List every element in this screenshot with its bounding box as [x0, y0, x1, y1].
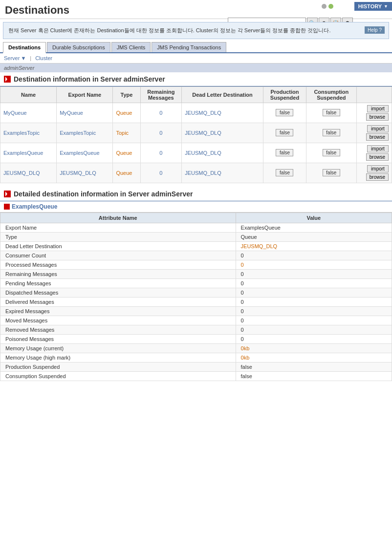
action-buttons: import browse [360, 125, 389, 141]
dot-green [328, 4, 333, 9]
table-row: ExamplesQueue ExamplesQueue Queue 0 JEUS… [0, 143, 392, 163]
server-arrow-icon: ▼ [21, 55, 26, 61]
browse-button[interactable]: browse [366, 133, 389, 141]
attr-name: Memory Usage (current) [0, 343, 236, 353]
attr-name: Export Name [0, 223, 236, 232]
dead-letter-link[interactable]: JEUSMQ_DLQ [185, 110, 221, 116]
admin-server-bar: adminServer [0, 64, 392, 72]
import-button[interactable]: import [367, 105, 389, 112]
tab-jms-clients[interactable]: JMS Clients [111, 42, 151, 52]
dot-gray [322, 4, 327, 9]
server-label: Server [4, 55, 20, 61]
attr-name: Consumption Suspended [0, 371, 236, 381]
browse-button[interactable]: browse [366, 113, 389, 121]
attr-value[interactable]: JEUSMQ_DLQ [241, 243, 278, 249]
attr-name: Moved Messages [0, 316, 236, 325]
attr-value: ExamplesQueue [241, 225, 281, 231]
type-value: Queue [116, 110, 132, 116]
attr-row: Dead Letter Destination JEUSMQ_DLQ [0, 241, 392, 251]
prod-suspended-value: false [276, 169, 293, 176]
attr-name: Consumer Count [0, 251, 236, 260]
dead-letter-link[interactable]: JEUSMQ_DLQ [185, 130, 221, 136]
cons-suspended-value: false [323, 169, 340, 176]
import-button[interactable]: import [367, 145, 389, 152]
dest-name-link[interactable]: ExamplesQueue [3, 150, 43, 156]
dest-name-link[interactable]: MyQueue [3, 110, 27, 116]
attr-value[interactable]: 0kb [241, 355, 250, 361]
action-buttons: import browse [360, 105, 389, 121]
attr-value: 0 [241, 308, 244, 314]
attr-value: 0 [241, 318, 244, 323]
attr-row: Production Suspended false [0, 362, 392, 371]
detail-section-title: Detailed destination information in Serv… [0, 187, 392, 201]
attr-value: false [241, 364, 252, 370]
attr-value: 0 [241, 271, 244, 277]
export-name-link[interactable]: ExamplesTopic [60, 130, 96, 136]
attr-name: Poisoned Messages [0, 334, 236, 343]
history-button[interactable]: HISTORY ▼ [354, 2, 392, 11]
history-arrow-icon: ▼ [384, 4, 388, 9]
attr-value: 0 [241, 336, 244, 342]
tab-jms-pending-transactions[interactable]: JMS Pending Transactions [152, 42, 226, 52]
attr-row: Memory Usage (current) 0kb [0, 343, 392, 353]
attr-row: Delivered Messages 0 [0, 297, 392, 306]
prod-suspended-value: false [276, 129, 293, 136]
dead-letter-link[interactable]: JEUSMQ_DLQ [185, 150, 221, 156]
dest-info-section-title: Destination information in Server adminS… [0, 72, 392, 86]
action-buttons: import browse [360, 145, 389, 161]
col-remaining: RemainingMessages [140, 86, 182, 103]
attr-name: Production Suspended [0, 362, 236, 371]
attr-row: Dispatched Messages 0 [0, 288, 392, 297]
export-name-link[interactable]: MyQueue [60, 110, 83, 116]
export-name-link[interactable]: ExamplesQueue [60, 150, 99, 156]
page-header: HISTORY ▼ 🔍 ⟳ 📋 ⚙ Destinations [0, 0, 392, 19]
help-button[interactable]: Help ? [365, 26, 385, 34]
browse-button[interactable]: browse [366, 173, 389, 181]
attr-value[interactable]: 0 [241, 262, 244, 268]
table-row: JEUSMQ_DLQ JEUSMQ_DLQ Queue 0 JEUSMQ_DLQ… [0, 163, 392, 183]
attr-value: 0 [241, 290, 244, 296]
remaining-value[interactable]: 0 [159, 110, 162, 116]
attr-value[interactable]: 0kb [241, 345, 250, 351]
dest-name-link[interactable]: ExamplesTopic [3, 130, 40, 136]
remaining-value[interactable]: 0 [159, 130, 162, 136]
sub-nav-server[interactable]: Server ▼ [4, 55, 26, 61]
attr-value: 0 [241, 299, 244, 305]
browse-button[interactable]: browse [366, 153, 389, 161]
table-row: MyQueue MyQueue Queue 0 JEUSMQ_DLQ false… [0, 103, 392, 123]
detail-title-text: Detailed destination information in Serv… [14, 190, 193, 198]
queue-name-link[interactable]: ExamplesQueue [12, 203, 57, 210]
section-flag-icon [4, 76, 11, 83]
col-cons-suspended: ConsumptionSuspended [306, 86, 356, 103]
tab-durable-subscriptions[interactable]: Durable Subscriptions [47, 42, 110, 52]
sub-nav-sep: | [30, 55, 31, 61]
sub-nav-cluster[interactable]: Cluster [35, 55, 52, 61]
prod-suspended-value: false [276, 109, 293, 116]
dest-name-link[interactable]: JEUSMQ_DLQ [3, 170, 40, 176]
cons-suspended-value: false [323, 149, 340, 156]
remaining-value[interactable]: 0 [159, 170, 162, 176]
admin-server-label: adminServer [4, 65, 34, 71]
cons-suspended-value: false [323, 109, 340, 116]
dead-letter-link[interactable]: JEUSMQ_DLQ [185, 170, 221, 176]
attr-name: Delivered Messages [0, 297, 236, 306]
import-button[interactable]: import [367, 165, 389, 172]
attr-row: Removed Messages 0 [0, 325, 392, 334]
tabs-container: Destinations Durable Subscriptions JMS C… [0, 42, 392, 53]
attr-value: 0 [241, 327, 244, 333]
table-row: ExamplesTopic ExamplesTopic Topic 0 JEUS… [0, 123, 392, 143]
attr-row: Type Queue [0, 232, 392, 241]
attr-name: Type [0, 232, 236, 241]
attr-value: 0 [241, 280, 244, 286]
export-name-link[interactable]: JEUSMQ_DLQ [60, 170, 96, 176]
col-dead-letter: Dead Letter Destination [182, 86, 263, 103]
attr-row: Remaining Messages 0 [0, 269, 392, 278]
tab-destinations[interactable]: Destinations [3, 42, 46, 53]
remaining-value[interactable]: 0 [159, 150, 162, 156]
cons-suspended-value: false [323, 129, 340, 136]
import-button[interactable]: import [367, 125, 389, 132]
attr-value: Queue [241, 234, 257, 240]
attr-row: Processed Messages 0 [0, 260, 392, 269]
attr-name: Dispatched Messages [0, 288, 236, 297]
sub-nav: Server ▼ | Cluster [0, 53, 392, 64]
